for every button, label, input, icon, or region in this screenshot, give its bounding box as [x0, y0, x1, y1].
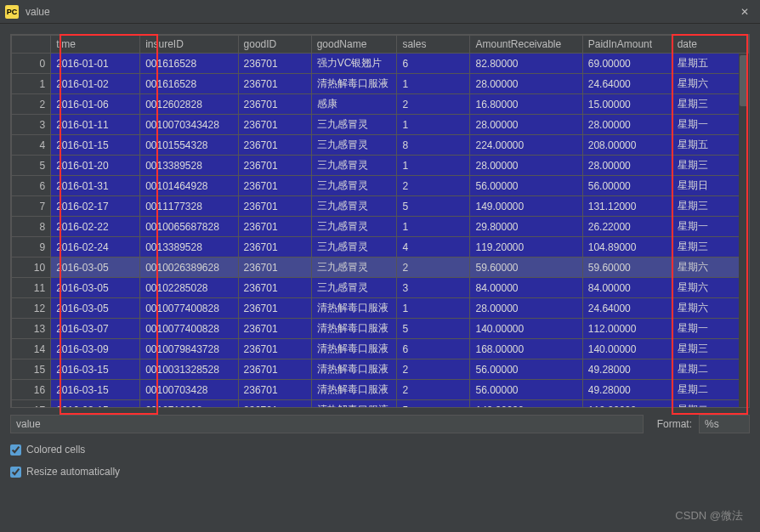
- cell-paid[interactable]: 49.28000: [582, 380, 672, 400]
- cell-date[interactable]: 星期一: [672, 217, 748, 237]
- cell-goodID[interactable]: 236701: [238, 319, 311, 339]
- cell-date[interactable]: 星期二: [672, 380, 748, 400]
- cell-time[interactable]: 2016-01-01: [51, 54, 140, 74]
- cell-date[interactable]: 星期三: [672, 156, 748, 176]
- cell-goodName[interactable]: 感康: [311, 94, 397, 115]
- row-index[interactable]: 3: [12, 115, 51, 135]
- row-index[interactable]: 12: [12, 298, 51, 319]
- cell-amt[interactable]: 56.00000: [470, 380, 582, 400]
- cell-amt[interactable]: 28.00000: [470, 115, 582, 135]
- data-table[interactable]: timeinsureIDgoodIDgoodNamesalesAmountRec…: [11, 35, 749, 408]
- cell-sales[interactable]: 2: [397, 94, 470, 115]
- cell-sales[interactable]: 1: [397, 217, 470, 237]
- scrollbar-thumb[interactable]: [740, 55, 748, 106]
- cell-goodID[interactable]: 236701: [238, 380, 311, 400]
- row-index[interactable]: 17: [12, 400, 51, 409]
- cell-amt[interactable]: 168.00000: [470, 339, 582, 359]
- cell-amt[interactable]: 119.20000: [470, 237, 582, 258]
- cell-insureID[interactable]: 0012602828: [140, 94, 238, 115]
- cell-paid[interactable]: 24.64000: [582, 298, 672, 319]
- cell-date[interactable]: 星期六: [672, 298, 748, 319]
- cell-date[interactable]: 星期三: [672, 196, 748, 217]
- column-header-AmountReceivable[interactable]: AmountReceivable: [470, 36, 582, 54]
- table-row[interactable]: 52016-01-200013389528236701三九感冒灵128.0000…: [12, 156, 749, 176]
- cell-paid[interactable]: 28.00000: [582, 115, 672, 135]
- cell-goodID[interactable]: 236701: [238, 298, 311, 319]
- cell-goodID[interactable]: 236701: [238, 237, 311, 258]
- cell-goodName[interactable]: 三九感冒灵: [311, 278, 397, 298]
- cell-time[interactable]: 2016-03-15: [51, 380, 140, 400]
- cell-goodName[interactable]: 清热解毒口服液: [311, 339, 397, 359]
- colored-cells-checkbox[interactable]: [10, 444, 21, 456]
- row-index[interactable]: 7: [12, 196, 51, 217]
- cell-date[interactable]: 星期日: [672, 176, 748, 196]
- cell-goodID[interactable]: 236701: [238, 217, 311, 237]
- cell-goodName[interactable]: 三九感冒灵: [311, 156, 397, 176]
- cell-goodName[interactable]: 清热解毒口服液: [311, 359, 397, 380]
- cell-sales[interactable]: 8: [397, 135, 470, 156]
- cell-sales[interactable]: 1: [397, 115, 470, 135]
- table-row[interactable]: 92016-02-240013389528236701三九感冒灵4119.200…: [12, 237, 749, 258]
- cell-sales[interactable]: 2: [397, 380, 470, 400]
- cell-goodID[interactable]: 236701: [238, 400, 311, 409]
- cell-insureID[interactable]: 001616528: [140, 54, 238, 74]
- table-row[interactable]: 22016-01-060012602828236701感康216.8000015…: [12, 94, 749, 115]
- cell-paid[interactable]: 26.22000: [582, 217, 672, 237]
- cell-date[interactable]: 星期五: [672, 135, 748, 156]
- cell-goodName[interactable]: 三九感冒灵: [311, 258, 397, 278]
- table-row[interactable]: 82016-02-220010065687828236701三九感冒灵129.8…: [12, 217, 749, 237]
- cell-time[interactable]: 2016-02-17: [51, 196, 140, 217]
- cell-time[interactable]: 2016-03-05: [51, 258, 140, 278]
- cell-paid[interactable]: 140.00000: [582, 339, 672, 359]
- cell-paid[interactable]: 84.00000: [582, 278, 672, 298]
- cell-goodName[interactable]: 清热解毒口服液: [311, 298, 397, 319]
- cell-insureID[interactable]: 00102285028: [140, 278, 238, 298]
- cell-goodID[interactable]: 236701: [238, 135, 311, 156]
- table-row[interactable]: 132016-03-070010077400828236701清热解毒口服液51…: [12, 319, 749, 339]
- cell-paid[interactable]: 56.00000: [582, 176, 672, 196]
- table-row[interactable]: 112016-03-0500102285028236701三九感冒灵384.00…: [12, 278, 749, 298]
- cell-date[interactable]: 星期六: [672, 258, 748, 278]
- cell-date[interactable]: 星期一: [672, 319, 748, 339]
- cell-insureID[interactable]: 0013389528: [140, 237, 238, 258]
- table-row[interactable]: 12016-01-02001616528236701清热解毒口服液128.000…: [12, 74, 749, 94]
- table-row[interactable]: 142016-03-090010079843728236701清热解毒口服液61…: [12, 339, 749, 359]
- column-header-goodID[interactable]: goodID: [238, 36, 311, 54]
- cell-goodName[interactable]: 清热解毒口服液: [311, 380, 397, 400]
- cell-insureID[interactable]: 001616528: [140, 74, 238, 94]
- cell-paid[interactable]: 24.64000: [582, 74, 672, 94]
- column-header-sales[interactable]: sales: [397, 36, 470, 54]
- cell-paid[interactable]: 59.60000: [582, 258, 672, 278]
- cell-goodName[interactable]: 三九感冒灵: [311, 176, 397, 196]
- cell-insureID[interactable]: 00100703428: [140, 380, 238, 400]
- cell-insureID[interactable]: 0011177328: [140, 196, 238, 217]
- cell-amt[interactable]: 149.00000: [470, 196, 582, 217]
- close-icon[interactable]: ✕: [734, 2, 755, 22]
- cell-goodID[interactable]: 236701: [238, 156, 311, 176]
- cell-goodID[interactable]: 236701: [238, 196, 311, 217]
- cell-amt[interactable]: 56.00000: [470, 176, 582, 196]
- cell-time[interactable]: 2016-01-06: [51, 94, 140, 115]
- cell-time[interactable]: 2016-03-05: [51, 278, 140, 298]
- cell-sales[interactable]: 4: [397, 237, 470, 258]
- cell-sales[interactable]: 6: [397, 54, 470, 74]
- column-header-PaidInAmount[interactable]: PaidInAmount: [582, 36, 672, 54]
- column-header-time[interactable]: time: [51, 36, 140, 54]
- cell-time[interactable]: 2016-01-31: [51, 176, 140, 196]
- cell-amt[interactable]: 56.00000: [470, 359, 582, 380]
- cell-amt[interactable]: 29.80000: [470, 217, 582, 237]
- cell-paid[interactable]: 69.00000: [582, 54, 672, 74]
- cell-insureID[interactable]: 0010026389628: [140, 258, 238, 278]
- row-index[interactable]: 8: [12, 217, 51, 237]
- cell-date[interactable]: 星期六: [672, 278, 748, 298]
- cell-goodName[interactable]: 三九感冒灵: [311, 217, 397, 237]
- cell-sales[interactable]: 1: [397, 156, 470, 176]
- cell-sales[interactable]: 5: [397, 319, 470, 339]
- cell-amt[interactable]: 28.00000: [470, 298, 582, 319]
- row-index[interactable]: 14: [12, 339, 51, 359]
- cell-paid[interactable]: 15.00000: [582, 94, 672, 115]
- cell-time[interactable]: 2016-01-02: [51, 74, 140, 94]
- cell-date[interactable]: 星期三: [672, 237, 748, 258]
- cell-insureID[interactable]: 0010031328528: [140, 359, 238, 380]
- table-row[interactable]: 102016-03-050010026389628236701三九感冒灵259.…: [12, 258, 749, 278]
